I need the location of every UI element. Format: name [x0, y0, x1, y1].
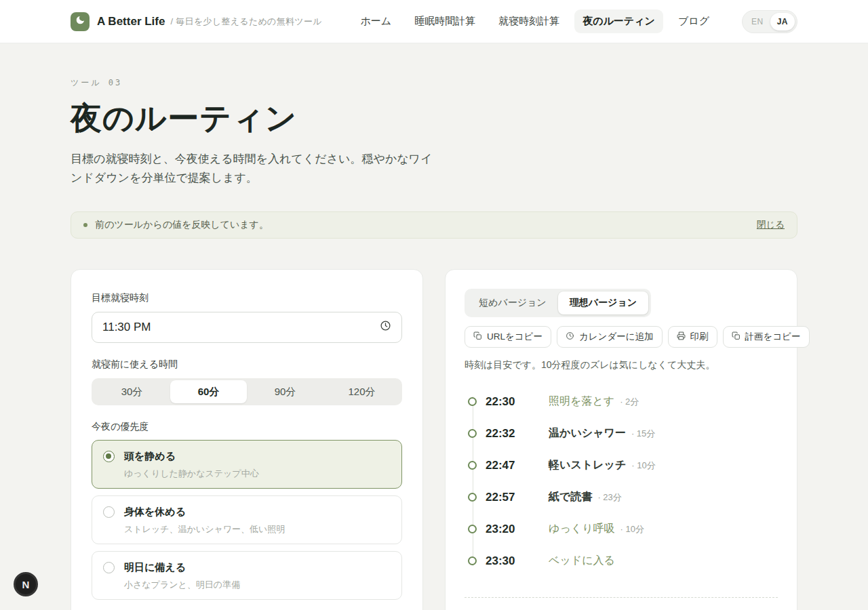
copy-url-label: URLをコピー — [487, 331, 542, 343]
add-to-calendar-label: カレンダーに追加 — [579, 331, 654, 343]
tool-number-eyebrow: ツール 03 — [71, 77, 797, 89]
plan-actions: URLをコピー カレンダーに追加 印刷 — [465, 326, 778, 348]
timeline-time: 22:47 — [486, 459, 549, 472]
notice-close-link[interactable]: 閉じる — [757, 219, 785, 231]
timeline-activity: 軽いストレッチ — [549, 458, 626, 472]
timeline-duration: · 2分 — [620, 396, 639, 408]
timeline-time: 22:30 — [486, 395, 549, 409]
add-to-calendar-button[interactable]: カレンダーに追加 — [557, 326, 663, 348]
timeline-activity: ベッドに入る — [549, 554, 615, 568]
plan-version-tabs: 短めバージョン 理想バージョン — [465, 289, 651, 317]
tab-short-version[interactable]: 短めバージョン — [467, 291, 558, 314]
timeline-duration: · 15分 — [631, 428, 655, 440]
priority-option-desc: 小さなプランと、明日の準備 — [124, 579, 240, 591]
clock-icon — [566, 331, 574, 342]
timeline-activity: 紙で読書 — [549, 490, 592, 504]
nav-item-home[interactable]: ホーム — [352, 9, 399, 33]
brand-logo[interactable] — [71, 12, 90, 31]
copy-icon — [732, 331, 741, 342]
timeline-duration: · 10分 — [620, 523, 644, 535]
radio-unselected-icon — [103, 562, 115, 573]
timeline-time: 22:57 — [486, 491, 549, 504]
priority-option-desc: ゆっくりした静かなステップ中心 — [124, 468, 259, 480]
timeline-dot-icon — [468, 493, 477, 502]
timeline-duration: · 10分 — [631, 460, 655, 472]
bedtime-time-input[interactable]: 11:30 PM — [92, 312, 402, 343]
duration-option-120[interactable]: 120分 — [323, 380, 400, 403]
timeline-time: 22:32 — [486, 427, 549, 441]
timeline-item: 22:47 軽いストレッチ · 10分 — [465, 449, 778, 481]
timeline-dot-icon — [468, 556, 477, 565]
radio-unselected-icon — [103, 506, 115, 518]
brand-tagline: / 毎日を少し整えるための無料ツール — [170, 16, 321, 28]
timeline-activity: ゆっくり呼吸 — [549, 522, 615, 536]
language-toggle[interactable]: EN JA — [742, 10, 797, 33]
tab-ideal-version[interactable]: 理想バージョン — [558, 291, 648, 314]
priority-option-rest-body[interactable]: 身体を休める ストレッチ、温かいシャワー、低い照明 — [92, 495, 402, 544]
plan-hint: 時刻は目安です。10分程度のズレは気にしなくて大丈夫。 — [465, 359, 778, 371]
priority-option-calm-mind[interactable]: 頭を静める ゆっくりした静かなステップ中心 — [92, 440, 402, 489]
timeline-time: 23:20 — [486, 523, 549, 536]
timeline-dot-icon — [468, 397, 477, 406]
duration-option-90[interactable]: 90分 — [247, 380, 323, 403]
print-label: 印刷 — [690, 331, 709, 343]
language-option-ja[interactable]: JA — [770, 13, 795, 30]
timeline-dot-icon — [468, 461, 477, 470]
bedtime-value: 11:30 PM — [102, 321, 151, 334]
header: A Better Life / 毎日を少し整えるための無料ツール ホーム 睡眠時… — [0, 0, 868, 43]
timeline-item: 23:30 ベッドに入る — [465, 545, 778, 577]
language-option-en[interactable]: EN — [745, 13, 770, 30]
brand-name[interactable]: A Better Life — [97, 15, 165, 28]
copy-plan-button[interactable]: 計画をコピー — [723, 326, 810, 348]
nav-item-bedtime-calc[interactable]: 就寝時刻計算 — [490, 9, 568, 33]
print-button[interactable]: 印刷 — [668, 326, 717, 348]
routine-timeline: 22:30 照明を落とす · 2分 22:32 温かいシャワー · 15分 22… — [465, 386, 778, 577]
bedtime-label: 目標就寝時刻 — [92, 292, 402, 304]
duration-segmented-control: 30分 60分 90分 120分 — [92, 378, 402, 405]
hero-section: ツール 03 夜のルーティン 目標の就寝時刻と、今夜使える時間を入れてください。… — [71, 77, 797, 187]
main-nav: ホーム 睡眠時間計算 就寝時刻計算 夜のルーティン ブログ EN JA — [352, 9, 797, 33]
timeline-item: 22:30 照明を落とす · 2分 — [465, 386, 778, 418]
radio-selected-icon — [103, 451, 115, 462]
dashed-divider — [465, 597, 778, 598]
copy-url-button[interactable]: URLをコピー — [465, 326, 551, 348]
copy-plan-label: 計画をコピー — [745, 331, 801, 343]
nav-item-blog[interactable]: ブログ — [670, 9, 717, 33]
copy-icon — [473, 331, 482, 342]
priority-option-title: 身体を休める — [124, 506, 285, 518]
timeline-activity: 温かいシャワー — [549, 426, 626, 441]
nav-item-sleep-time-calc[interactable]: 睡眠時間計算 — [406, 9, 484, 33]
plan-card: 短めバージョン 理想バージョン URLをコピー カレンダーに追加 — [445, 269, 797, 610]
priority-label: 今夜の優先度 — [92, 421, 402, 433]
page-description: 目標の就寝時刻と、今夜使える時間を入れてください。穏やかなワインドダウンを分単位… — [71, 150, 442, 187]
duration-option-30[interactable]: 30分 — [94, 380, 170, 403]
dev-badge[interactable]: N — [14, 572, 38, 596]
priority-option-title: 頭を静める — [124, 450, 259, 463]
duration-option-60[interactable]: 60分 — [170, 380, 247, 403]
notice-text: 前のツールからの値を反映しています。 — [95, 219, 269, 231]
priority-option-prepare-tomorrow[interactable]: 明日に備える 小さなプランと、明日の準備 — [92, 551, 402, 600]
timeline-duration: · 23分 — [597, 491, 621, 504]
timeline-item: 23:20 ゆっくり呼吸 · 10分 — [465, 513, 778, 545]
page-title: 夜のルーティン — [71, 98, 797, 140]
timeline-item: 22:32 温かいシャワー · 15分 — [465, 418, 778, 449]
priority-option-desc: ストレッチ、温かいシャワー、低い照明 — [124, 523, 285, 535]
duration-label: 就寝前に使える時間 — [92, 359, 402, 371]
timeline-time: 23:30 — [486, 554, 549, 568]
notice-dot-icon — [83, 223, 87, 227]
settings-card: 目標就寝時刻 11:30 PM 就寝前に使える時間 30分 60分 90分 12… — [71, 269, 423, 610]
timeline-dot-icon — [468, 525, 477, 533]
priority-option-title: 明日に備える — [124, 561, 240, 574]
printer-icon — [677, 331, 686, 342]
prefill-notice-banner: 前のツールからの値を反映しています。 閉じる — [71, 211, 797, 239]
timeline-activity: 照明を落とす — [549, 394, 614, 409]
moon-icon — [75, 15, 85, 28]
nav-item-night-routine[interactable]: 夜のルーティン — [574, 9, 663, 33]
clock-icon[interactable] — [380, 320, 391, 335]
timeline-item: 22:57 紙で読書 · 23分 — [465, 481, 778, 513]
timeline-dot-icon — [468, 429, 477, 438]
